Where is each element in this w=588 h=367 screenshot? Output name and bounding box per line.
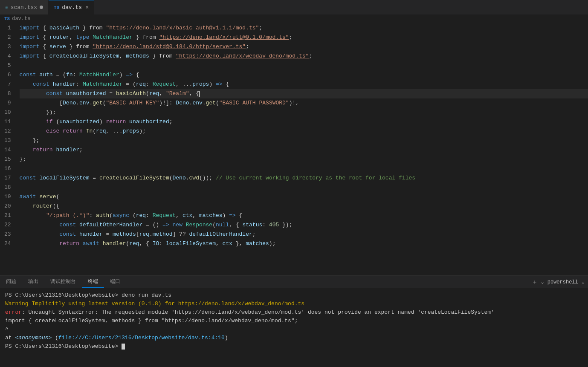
chevron-icon[interactable]: ⌄ <box>582 279 585 285</box>
file-name: dav.ts <box>12 16 30 22</box>
tab-scan-dirty <box>40 6 43 9</box>
code-line-10: }); <box>20 108 588 117</box>
code-content[interactable]: import { basicAuth } from "https://deno.… <box>18 23 588 275</box>
panel-tab-actions: ＋ ⌄ powershell ⌄ <box>532 276 588 288</box>
terminal-line: PS C:\Users\21316\Desktop\website> deno … <box>5 291 583 300</box>
code-line-7: const handler: MatchHandler = (req: Requ… <box>20 80 588 89</box>
panel-tabs: 问题 输出 调试控制台 终端 端口 ＋ ⌄ powershell ⌄ <box>0 276 588 289</box>
code-line-4: import { createLocalFileSystem, methods … <box>20 52 588 61</box>
close-tab-button[interactable]: × <box>85 4 89 11</box>
add-terminal-icon[interactable]: ＋ <box>532 278 538 286</box>
code-line-24: return await handler(req, { IO: localFil… <box>20 239 588 249</box>
panel-tab-problems[interactable]: 问题 <box>0 276 22 288</box>
panel-tab-terminal[interactable]: 终端 <box>82 276 104 288</box>
ts-icon: TS <box>54 5 59 10</box>
terminal-line: PS C:\Users\21316\Desktop\website> <box>5 342 583 351</box>
code-line-14: return handler; <box>20 145 588 155</box>
code-line-19: await serve( <box>20 192 588 202</box>
file-label: TS dav.ts <box>0 15 588 23</box>
terminal-line: at <anonymous> (file:///C:/Users/21316/D… <box>5 334 583 342</box>
code-line-2: import { router, type MatchHandler } fro… <box>20 33 588 42</box>
bottom-panel: 问题 输出 调试控制台 终端 端口 ＋ ⌄ powershell ⌄ PS C:… <box>0 275 588 367</box>
tab-scan[interactable]: ⚛ scan.tsx <box>0 0 49 14</box>
panel-tab-output[interactable]: 输出 <box>22 276 44 288</box>
code-line-21: "/:path (.*)": auth(async (req: Request,… <box>20 211 588 220</box>
tab-bar: ⚛ scan.tsx TS dav.ts × <box>0 0 588 15</box>
code-line-23: const handler = methods[req.method] ?? d… <box>20 230 588 239</box>
code-line-5 <box>20 61 588 70</box>
tab-scan-label: scan.tsx <box>11 4 37 11</box>
terminal-line: import { createLocalFileSystem, methods … <box>5 317 583 325</box>
editor-area: 123456789101112131415161718192021222324 … <box>0 23 588 275</box>
file-ts-icon: TS <box>4 16 10 21</box>
code-line-16 <box>20 164 588 173</box>
code-line-22: const defaultOtherHandler = () => new Re… <box>20 220 588 230</box>
code-line-11: if (unauthorized) return unauthorized; <box>20 117 588 127</box>
code-line-1: import { basicAuth } from "https://deno.… <box>20 23 588 33</box>
code-line-18 <box>20 183 588 192</box>
code-line-13: }; <box>20 136 588 145</box>
split-terminal-icon[interactable]: ⌄ <box>541 279 544 285</box>
code-line-12: else return fn(req, ...props); <box>20 127 588 136</box>
code-line-6: const auth = (fn: MatchHandler) => { <box>20 70 588 80</box>
terminal-line: Warning Implicitly using latest version … <box>5 300 583 308</box>
powershell-label: powershell <box>547 279 578 285</box>
tsx-icon: ⚛ <box>5 5 8 10</box>
terminal-line: ^ <box>5 325 583 334</box>
panel-tab-ports[interactable]: 端口 <box>104 276 126 288</box>
terminal-area[interactable]: PS C:\Users\21316\Desktop\website> deno … <box>0 289 588 367</box>
code-line-15: }; <box>20 155 588 164</box>
code-line-9: [Deno.env.get("BASIC_AUTH_KEY")!]: Deno.… <box>20 98 588 108</box>
terminal-line: error: Uncaught SyntaxError: The request… <box>5 308 583 317</box>
tab-dav[interactable]: TS dav.ts × <box>49 0 94 14</box>
code-line-3: import { serve } from "https://deno.land… <box>20 42 588 52</box>
code-line-17: const localFileSystem = createLocalFileS… <box>20 173 588 183</box>
code-line-8: const unauthorized = basicAuth(req, "Rea… <box>20 89 588 98</box>
tab-dav-label: dav.ts <box>62 4 82 11</box>
panel-tab-debug[interactable]: 调试控制台 <box>44 276 82 288</box>
line-numbers: 123456789101112131415161718192021222324 <box>0 23 18 275</box>
code-line-20: router({ <box>20 202 588 211</box>
